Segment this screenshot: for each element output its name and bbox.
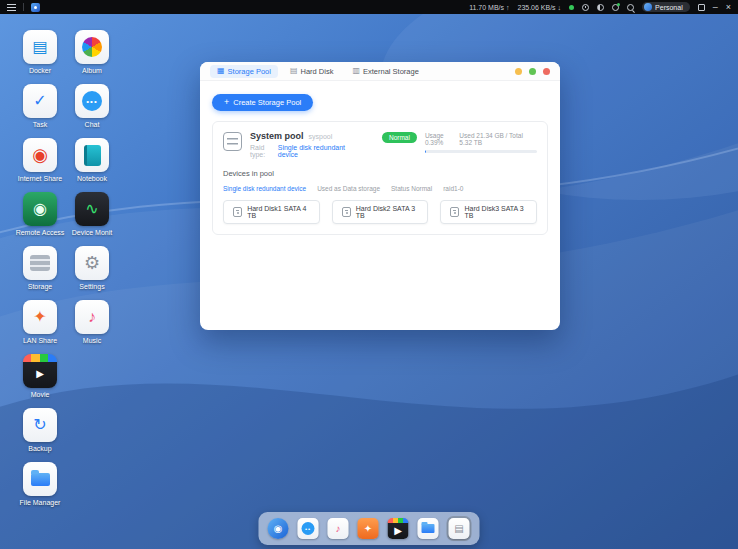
window-titlebar: ▦ Storage Pool ▤ Hard Disk ▥ External St… — [200, 62, 560, 81]
desktop-icon-music[interactable]: ♪ Music — [66, 300, 118, 354]
search-icon[interactable] — [627, 4, 634, 11]
devices-in-pool-title: Devices in pool — [223, 169, 537, 178]
storage-icon: ▤ — [449, 518, 470, 539]
topbar-divider — [23, 3, 24, 11]
dock-item-remote-access[interactable]: ◉ — [267, 517, 290, 540]
external-storage-tab-icon: ▥ — [352, 67, 360, 75]
task-icon: ✓ — [23, 84, 57, 118]
desktop-icon-label: File Manager — [20, 499, 61, 507]
pool-usage-bar — [425, 150, 537, 153]
status-dot — [569, 5, 574, 10]
pool-meta-raid-link[interactable]: Single disk redundant device — [223, 185, 306, 192]
chat-icon: ••• — [75, 84, 109, 118]
hard-disk-tab-icon: ▤ — [290, 67, 298, 75]
tab-hard-disk[interactable]: ▤ Hard Disk — [283, 65, 341, 78]
desktop-icon-device-monitor[interactable]: ∿ Device Monit — [66, 192, 118, 246]
moon-icon[interactable] — [597, 4, 604, 11]
dock-item-lan-share[interactable]: ✦ — [357, 517, 380, 540]
window-controls — [515, 68, 550, 75]
desktop-icon-label: Notebook — [77, 175, 107, 183]
os-logo-icon[interactable] — [31, 3, 40, 12]
device-monitor-icon: ∿ — [75, 192, 109, 226]
upload-speed: 11.70 MB/s ↑ — [469, 4, 509, 11]
internet-share-icon: ◉ — [23, 138, 57, 172]
desktop-icon-internet-share[interactable]: ◉ Internet Share — [14, 138, 66, 192]
disk-chip-1[interactable]: Hard Disk1 SATA 4 TB — [223, 200, 320, 224]
maximize-light[interactable] — [529, 68, 536, 75]
disk-chip-label: Hard Disk1 SATA 4 TB — [247, 205, 310, 219]
hard-disk-icon — [342, 207, 351, 217]
desktop-icon-label: LAN Share — [23, 337, 57, 345]
fullscreen-icon[interactable] — [698, 4, 705, 11]
close-icon[interactable]: × — [726, 3, 731, 12]
dock-item-chat[interactable]: •• — [297, 517, 320, 540]
desktop-icon-backup[interactable]: ↻ Backup — [14, 408, 66, 462]
file-manager-icon — [418, 518, 439, 539]
system-pool-card: System pool syspool Raid type: Single di… — [212, 121, 548, 235]
desktop-icon-lan-share[interactable]: ✦ LAN Share — [14, 300, 66, 354]
file-manager-icon — [23, 462, 57, 496]
remote-access-icon: ◉ — [23, 192, 57, 226]
dock-item-music[interactable]: ♪ — [327, 517, 350, 540]
minimize-icon[interactable]: – — [713, 3, 718, 12]
desktop-icon-docker[interactable]: ▤ Docker — [14, 30, 66, 84]
desktop-icon-label: Movie — [31, 391, 50, 399]
plus-icon: + — [224, 98, 229, 106]
tab-label: Storage Pool — [228, 67, 271, 76]
desktop-icon-task[interactable]: ✓ Task — [14, 84, 66, 138]
backup-icon: ↻ — [23, 408, 57, 442]
storage-window: ▦ Storage Pool ▤ Hard Disk ▥ External St… — [200, 62, 560, 330]
user-chip-label: Personal — [655, 4, 683, 11]
desktop-icon-label: Storage — [28, 283, 53, 291]
remote-access-icon: ◉ — [268, 518, 289, 539]
disk-chip-2[interactable]: Hard Disk2 SATA 3 TB — [332, 200, 429, 224]
desktop-icon-label: Settings — [79, 283, 104, 291]
dock-item-movie[interactable]: ▶ — [387, 517, 410, 540]
desktop-icon-movie[interactable]: ▶ Movie — [14, 354, 66, 408]
desktop-icon-chat[interactable]: ••• Chat — [66, 84, 118, 138]
desktop-icon-file-manager[interactable]: File Manager — [14, 462, 66, 516]
movie-icon: ▶ — [388, 518, 409, 539]
create-storage-pool-label: Create Storage Pool — [233, 98, 301, 107]
settings-gear-icon: ⚙ — [75, 246, 109, 280]
disk-chip-label: Hard Disk3 SATA 3 TB — [464, 205, 527, 219]
bell-icon[interactable] — [612, 4, 619, 11]
desktop-icon-label: Docker — [29, 67, 51, 75]
dock-item-file-manager[interactable] — [417, 517, 440, 540]
menu-icon[interactable] — [7, 4, 16, 11]
hard-disk-icon — [450, 207, 459, 217]
tab-label: Hard Disk — [301, 67, 334, 76]
tab-storage-pool[interactable]: ▦ Storage Pool — [210, 65, 278, 78]
download-speed: 235.06 KB/s ↓ — [517, 4, 561, 11]
lan-share-icon: ✦ — [23, 300, 57, 334]
desktop-icon-notebook[interactable]: Notebook — [66, 138, 118, 192]
raid-type-label: Raid type: — [250, 144, 275, 158]
dock-item-storage[interactable]: ▤ — [447, 516, 472, 541]
user-chip[interactable]: Personal — [642, 2, 690, 12]
desktop-icon-storage[interactable]: Storage — [14, 246, 66, 300]
clock-icon[interactable] — [582, 4, 589, 11]
raid-type-link[interactable]: Single disk redundant device — [278, 144, 348, 158]
pool-meta-usage: Used as Data storage — [317, 185, 380, 192]
top-menu-bar: 11.70 MB/s ↑ 235.06 KB/s ↓ Personal – × — [0, 0, 738, 14]
minimize-light[interactable] — [515, 68, 522, 75]
music-icon: ♪ — [75, 300, 109, 334]
desktop-screen: 11.70 MB/s ↑ 235.06 KB/s ↓ Personal – × … — [0, 0, 738, 549]
pool-capacity-text: Used 21.34 GB / Total 5.32 TB — [459, 132, 537, 146]
disk-chip-list: Hard Disk1 SATA 4 TB Hard Disk2 SATA 3 T… — [223, 200, 537, 224]
desktop-icon-settings[interactable]: ⚙ Settings — [66, 246, 118, 300]
desktop-icon-remote-access[interactable]: ◉ Remote Access — [14, 192, 66, 246]
docker-icon: ▤ — [23, 30, 57, 64]
lan-share-icon: ✦ — [358, 518, 379, 539]
desktop-icon-album[interactable]: Album — [66, 30, 118, 84]
close-light[interactable] — [543, 68, 550, 75]
dock: ◉ •• ♪ ✦ ▶ ▤ — [259, 512, 480, 545]
album-icon — [75, 30, 109, 64]
tab-external-storage[interactable]: ▥ External Storage — [345, 65, 425, 78]
pool-usage-bar-fill — [425, 150, 426, 153]
pool-usage-text: Usage 0.39% — [425, 132, 459, 146]
disk-chip-3[interactable]: Hard Disk3 SATA 3 TB — [440, 200, 537, 224]
desktop-icon-label: Backup — [28, 445, 51, 453]
movie-icon: ▶ — [23, 354, 57, 388]
create-storage-pool-button[interactable]: + Create Storage Pool — [212, 94, 313, 111]
